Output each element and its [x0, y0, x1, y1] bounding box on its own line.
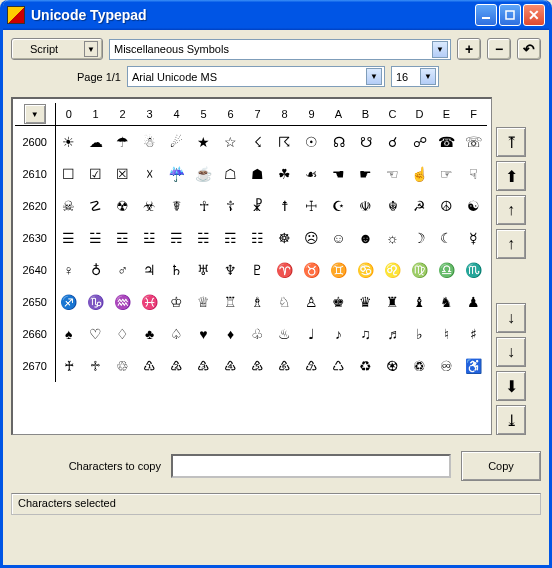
char-cell[interactable]: ☮	[433, 190, 460, 222]
zoom-out-button[interactable]: −	[487, 38, 511, 60]
char-cell[interactable]: ♷	[244, 350, 271, 382]
grid-menu-button[interactable]: ▼	[24, 104, 46, 124]
char-cell[interactable]: ♧	[244, 318, 271, 350]
char-cell[interactable]: ♟	[460, 286, 487, 318]
char-cell[interactable]: ☌	[379, 126, 406, 158]
char-cell[interactable]: ♸	[271, 350, 298, 382]
char-cell[interactable]: ♪	[325, 318, 352, 350]
char-cell[interactable]: ☷	[244, 222, 271, 254]
char-cell[interactable]: ☈	[271, 126, 298, 158]
char-cell[interactable]: ♋	[352, 254, 379, 286]
char-cell[interactable]: ♻	[352, 350, 379, 382]
char-cell[interactable]: ♕	[190, 286, 217, 318]
char-cell[interactable]: ♬	[379, 318, 406, 350]
char-cell[interactable]: ☝	[406, 158, 433, 190]
char-cell[interactable]: ☱	[82, 222, 109, 254]
char-cell[interactable]: ☽	[406, 222, 433, 254]
char-cell[interactable]: ♒	[109, 286, 136, 318]
copy-button[interactable]: Copy	[461, 451, 541, 481]
char-cell[interactable]: ♳	[136, 350, 163, 382]
char-cell[interactable]: ☣	[136, 190, 163, 222]
char-cell[interactable]: ♥	[190, 318, 217, 350]
char-cell[interactable]: ♐	[55, 286, 82, 318]
char-cell[interactable]: ♚	[325, 286, 352, 318]
char-cell[interactable]: ☔	[163, 158, 190, 190]
char-cell[interactable]: ♀	[55, 254, 82, 286]
char-cell[interactable]: ☓	[136, 158, 163, 190]
char-cell[interactable]: ☞	[433, 158, 460, 190]
char-cell[interactable]: ☳	[136, 222, 163, 254]
char-cell[interactable]: ♤	[163, 318, 190, 350]
char-cell[interactable]: ☬	[379, 190, 406, 222]
char-cell[interactable]: ☡	[82, 190, 109, 222]
char-cell[interactable]: ☼	[379, 222, 406, 254]
char-cell[interactable]: ☕	[190, 158, 217, 190]
char-cell[interactable]: ☜	[379, 158, 406, 190]
char-cell[interactable]: ☿	[460, 222, 487, 254]
char-cell[interactable]: ☘	[271, 158, 298, 190]
nav-line-down[interactable]: ↓	[496, 303, 526, 333]
close-button[interactable]: ✕	[523, 4, 545, 26]
char-cell[interactable]: ♹	[298, 350, 325, 382]
char-cell[interactable]: ♡	[82, 318, 109, 350]
char-cell[interactable]: ♘	[271, 286, 298, 318]
char-cell[interactable]: ♼	[379, 350, 406, 382]
char-cell[interactable]: ♏	[460, 254, 487, 286]
maximize-button[interactable]	[499, 4, 521, 26]
font-combo[interactable]: Arial Unicode MS ▼	[127, 66, 385, 87]
char-cell[interactable]: ♯	[460, 318, 487, 350]
char-cell[interactable]: ♆	[217, 254, 244, 286]
nav-page-bottom[interactable]: ⤓	[496, 405, 526, 435]
nav-page-top[interactable]: ⤒	[496, 127, 526, 157]
char-cell[interactable]: ♌	[379, 254, 406, 286]
char-cell[interactable]: ♩	[298, 318, 325, 350]
zoom-in-button[interactable]: +	[457, 38, 481, 60]
char-cell[interactable]: ♽	[406, 350, 433, 382]
char-cell[interactable]: ♔	[163, 286, 190, 318]
char-cell[interactable]: ♜	[379, 286, 406, 318]
char-cell[interactable]: ♦	[217, 318, 244, 350]
char-cell[interactable]: ♛	[352, 286, 379, 318]
char-cell[interactable]: ☶	[217, 222, 244, 254]
char-cell[interactable]: ♶	[217, 350, 244, 382]
char-cell[interactable]: ☏	[460, 126, 487, 158]
char-cell[interactable]: ☑	[82, 158, 109, 190]
char-cell[interactable]: ☋	[352, 126, 379, 158]
char-cell[interactable]: ♖	[217, 286, 244, 318]
char-cell[interactable]: ☢	[109, 190, 136, 222]
char-cell[interactable]: ☙	[298, 158, 325, 190]
nav-line-up-2[interactable]: ↑	[496, 229, 526, 259]
char-cell[interactable]: ☯	[460, 190, 487, 222]
char-cell[interactable]: ♝	[406, 286, 433, 318]
script-dropdown[interactable]: Script ▼	[11, 38, 103, 60]
char-cell[interactable]: ♎	[433, 254, 460, 286]
char-cell[interactable]: ♱	[82, 350, 109, 382]
char-cell[interactable]: ♗	[244, 286, 271, 318]
char-cell[interactable]: ♍	[406, 254, 433, 286]
char-cell[interactable]: ☆	[217, 126, 244, 158]
category-combo[interactable]: Miscellaneous Symbols ▼	[109, 39, 451, 60]
char-cell[interactable]: ☁	[82, 126, 109, 158]
char-cell[interactable]: ☂	[109, 126, 136, 158]
char-cell[interactable]: ♓	[136, 286, 163, 318]
char-cell[interactable]: ☊	[325, 126, 352, 158]
char-cell[interactable]: ♵	[190, 350, 217, 382]
char-cell[interactable]: ♈	[271, 254, 298, 286]
char-cell[interactable]: ♞	[433, 286, 460, 318]
char-cell[interactable]: ☖	[217, 158, 244, 190]
undo-button[interactable]: ↶	[517, 38, 541, 60]
char-cell[interactable]: ♅	[190, 254, 217, 286]
char-cell[interactable]: ☒	[109, 158, 136, 190]
char-cell[interactable]: ☛	[352, 158, 379, 190]
char-cell[interactable]: ☎	[433, 126, 460, 158]
char-cell[interactable]: ☚	[325, 158, 352, 190]
nav-line-down-2[interactable]: ↓	[496, 337, 526, 367]
char-cell[interactable]: ♂	[109, 254, 136, 286]
char-cell[interactable]: ♑	[82, 286, 109, 318]
copy-input[interactable]	[171, 454, 451, 478]
char-cell[interactable]: ♄	[163, 254, 190, 286]
char-cell[interactable]: ♲	[109, 350, 136, 382]
nav-line-up[interactable]: ↑	[496, 195, 526, 225]
char-cell[interactable]: ☠	[55, 190, 82, 222]
char-cell[interactable]: ♺	[325, 350, 352, 382]
